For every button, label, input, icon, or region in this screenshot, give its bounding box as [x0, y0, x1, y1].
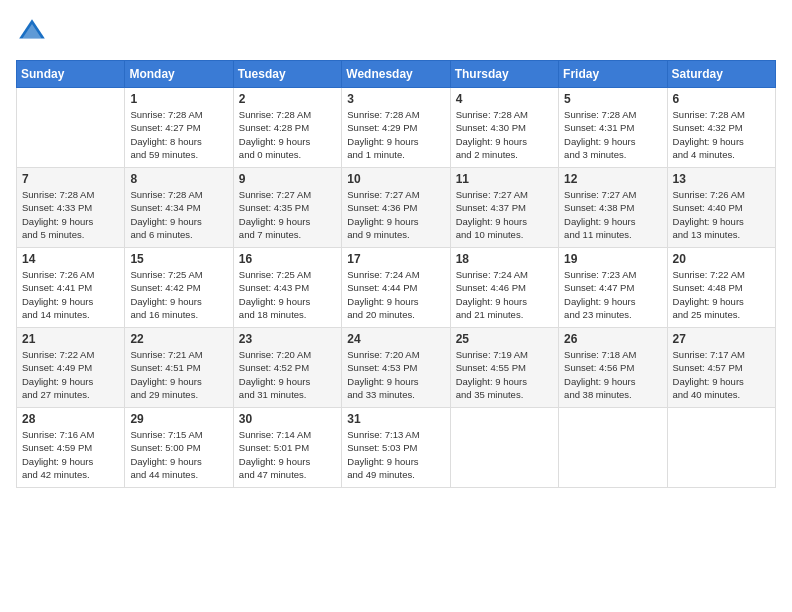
day-cell: 29Sunrise: 7:15 AM Sunset: 5:00 PM Dayli…: [125, 408, 233, 488]
day-number: 20: [673, 252, 770, 266]
day-info: Sunrise: 7:28 AM Sunset: 4:34 PM Dayligh…: [130, 188, 227, 241]
day-cell: 10Sunrise: 7:27 AM Sunset: 4:36 PM Dayli…: [342, 168, 450, 248]
day-cell: [667, 408, 775, 488]
day-info: Sunrise: 7:15 AM Sunset: 5:00 PM Dayligh…: [130, 428, 227, 481]
day-info: Sunrise: 7:28 AM Sunset: 4:27 PM Dayligh…: [130, 108, 227, 161]
day-number: 26: [564, 332, 661, 346]
day-number: 21: [22, 332, 119, 346]
day-cell: 13Sunrise: 7:26 AM Sunset: 4:40 PM Dayli…: [667, 168, 775, 248]
week-row-4: 28Sunrise: 7:16 AM Sunset: 4:59 PM Dayli…: [17, 408, 776, 488]
weekday-saturday: Saturday: [667, 61, 775, 88]
day-cell: 11Sunrise: 7:27 AM Sunset: 4:37 PM Dayli…: [450, 168, 558, 248]
day-number: 29: [130, 412, 227, 426]
day-cell: 19Sunrise: 7:23 AM Sunset: 4:47 PM Dayli…: [559, 248, 667, 328]
calendar-table: SundayMondayTuesdayWednesdayThursdayFrid…: [16, 60, 776, 488]
day-info: Sunrise: 7:20 AM Sunset: 4:53 PM Dayligh…: [347, 348, 444, 401]
day-number: 14: [22, 252, 119, 266]
day-info: Sunrise: 7:21 AM Sunset: 4:51 PM Dayligh…: [130, 348, 227, 401]
day-number: 11: [456, 172, 553, 186]
day-number: 9: [239, 172, 336, 186]
day-info: Sunrise: 7:13 AM Sunset: 5:03 PM Dayligh…: [347, 428, 444, 481]
day-info: Sunrise: 7:28 AM Sunset: 4:29 PM Dayligh…: [347, 108, 444, 161]
day-number: 16: [239, 252, 336, 266]
day-info: Sunrise: 7:26 AM Sunset: 4:41 PM Dayligh…: [22, 268, 119, 321]
day-cell: 18Sunrise: 7:24 AM Sunset: 4:46 PM Dayli…: [450, 248, 558, 328]
day-cell: [559, 408, 667, 488]
day-number: 18: [456, 252, 553, 266]
day-number: 6: [673, 92, 770, 106]
day-info: Sunrise: 7:20 AM Sunset: 4:52 PM Dayligh…: [239, 348, 336, 401]
day-info: Sunrise: 7:28 AM Sunset: 4:28 PM Dayligh…: [239, 108, 336, 161]
day-cell: 23Sunrise: 7:20 AM Sunset: 4:52 PM Dayli…: [233, 328, 341, 408]
day-number: 27: [673, 332, 770, 346]
day-info: Sunrise: 7:19 AM Sunset: 4:55 PM Dayligh…: [456, 348, 553, 401]
day-number: 3: [347, 92, 444, 106]
weekday-sunday: Sunday: [17, 61, 125, 88]
day-cell: 3Sunrise: 7:28 AM Sunset: 4:29 PM Daylig…: [342, 88, 450, 168]
day-number: 10: [347, 172, 444, 186]
day-cell: 30Sunrise: 7:14 AM Sunset: 5:01 PM Dayli…: [233, 408, 341, 488]
day-info: Sunrise: 7:27 AM Sunset: 4:38 PM Dayligh…: [564, 188, 661, 241]
day-cell: 7Sunrise: 7:28 AM Sunset: 4:33 PM Daylig…: [17, 168, 125, 248]
day-number: 2: [239, 92, 336, 106]
day-cell: 25Sunrise: 7:19 AM Sunset: 4:55 PM Dayli…: [450, 328, 558, 408]
day-number: 19: [564, 252, 661, 266]
day-info: Sunrise: 7:23 AM Sunset: 4:47 PM Dayligh…: [564, 268, 661, 321]
weekday-header-row: SundayMondayTuesdayWednesdayThursdayFrid…: [17, 61, 776, 88]
day-cell: 28Sunrise: 7:16 AM Sunset: 4:59 PM Dayli…: [17, 408, 125, 488]
day-cell: 22Sunrise: 7:21 AM Sunset: 4:51 PM Dayli…: [125, 328, 233, 408]
day-number: 5: [564, 92, 661, 106]
day-cell: 14Sunrise: 7:26 AM Sunset: 4:41 PM Dayli…: [17, 248, 125, 328]
day-info: Sunrise: 7:27 AM Sunset: 4:36 PM Dayligh…: [347, 188, 444, 241]
week-row-2: 14Sunrise: 7:26 AM Sunset: 4:41 PM Dayli…: [17, 248, 776, 328]
day-number: 4: [456, 92, 553, 106]
day-info: Sunrise: 7:27 AM Sunset: 4:37 PM Dayligh…: [456, 188, 553, 241]
day-info: Sunrise: 7:25 AM Sunset: 4:43 PM Dayligh…: [239, 268, 336, 321]
day-cell: 31Sunrise: 7:13 AM Sunset: 5:03 PM Dayli…: [342, 408, 450, 488]
day-info: Sunrise: 7:18 AM Sunset: 4:56 PM Dayligh…: [564, 348, 661, 401]
day-info: Sunrise: 7:24 AM Sunset: 4:46 PM Dayligh…: [456, 268, 553, 321]
day-number: 31: [347, 412, 444, 426]
day-cell: 26Sunrise: 7:18 AM Sunset: 4:56 PM Dayli…: [559, 328, 667, 408]
day-number: 23: [239, 332, 336, 346]
day-cell: [450, 408, 558, 488]
logo: [16, 16, 52, 48]
day-info: Sunrise: 7:28 AM Sunset: 4:31 PM Dayligh…: [564, 108, 661, 161]
day-number: 24: [347, 332, 444, 346]
day-cell: 20Sunrise: 7:22 AM Sunset: 4:48 PM Dayli…: [667, 248, 775, 328]
day-number: 13: [673, 172, 770, 186]
day-info: Sunrise: 7:17 AM Sunset: 4:57 PM Dayligh…: [673, 348, 770, 401]
week-row-1: 7Sunrise: 7:28 AM Sunset: 4:33 PM Daylig…: [17, 168, 776, 248]
day-cell: 24Sunrise: 7:20 AM Sunset: 4:53 PM Dayli…: [342, 328, 450, 408]
day-cell: 16Sunrise: 7:25 AM Sunset: 4:43 PM Dayli…: [233, 248, 341, 328]
day-cell: 5Sunrise: 7:28 AM Sunset: 4:31 PM Daylig…: [559, 88, 667, 168]
day-info: Sunrise: 7:25 AM Sunset: 4:42 PM Dayligh…: [130, 268, 227, 321]
day-cell: 8Sunrise: 7:28 AM Sunset: 4:34 PM Daylig…: [125, 168, 233, 248]
day-cell: 27Sunrise: 7:17 AM Sunset: 4:57 PM Dayli…: [667, 328, 775, 408]
day-number: 17: [347, 252, 444, 266]
day-number: 1: [130, 92, 227, 106]
day-cell: 21Sunrise: 7:22 AM Sunset: 4:49 PM Dayli…: [17, 328, 125, 408]
day-info: Sunrise: 7:22 AM Sunset: 4:48 PM Dayligh…: [673, 268, 770, 321]
day-cell: 4Sunrise: 7:28 AM Sunset: 4:30 PM Daylig…: [450, 88, 558, 168]
weekday-friday: Friday: [559, 61, 667, 88]
logo-icon: [16, 16, 48, 48]
day-cell: 9Sunrise: 7:27 AM Sunset: 4:35 PM Daylig…: [233, 168, 341, 248]
day-number: 15: [130, 252, 227, 266]
day-number: 25: [456, 332, 553, 346]
weekday-wednesday: Wednesday: [342, 61, 450, 88]
page-header: [16, 16, 776, 48]
day-cell: 6Sunrise: 7:28 AM Sunset: 4:32 PM Daylig…: [667, 88, 775, 168]
weekday-thursday: Thursday: [450, 61, 558, 88]
calendar-body: 1Sunrise: 7:28 AM Sunset: 4:27 PM Daylig…: [17, 88, 776, 488]
day-number: 7: [22, 172, 119, 186]
day-info: Sunrise: 7:28 AM Sunset: 4:33 PM Dayligh…: [22, 188, 119, 241]
day-cell: 2Sunrise: 7:28 AM Sunset: 4:28 PM Daylig…: [233, 88, 341, 168]
weekday-monday: Monday: [125, 61, 233, 88]
day-info: Sunrise: 7:27 AM Sunset: 4:35 PM Dayligh…: [239, 188, 336, 241]
day-cell: [17, 88, 125, 168]
day-info: Sunrise: 7:28 AM Sunset: 4:32 PM Dayligh…: [673, 108, 770, 161]
day-number: 28: [22, 412, 119, 426]
day-number: 30: [239, 412, 336, 426]
day-cell: 12Sunrise: 7:27 AM Sunset: 4:38 PM Dayli…: [559, 168, 667, 248]
